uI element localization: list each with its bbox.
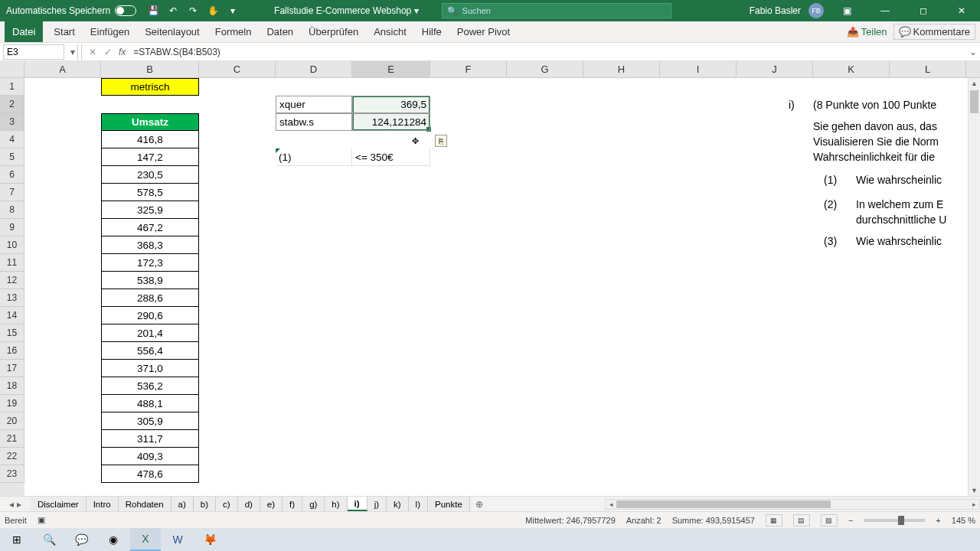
- zoom-slider[interactable]: [864, 519, 925, 522]
- cell-E5[interactable]: <= 350€: [352, 148, 430, 166]
- sheet-tab-g[interactable]: g): [302, 497, 325, 511]
- search-box[interactable]: 🔍 Suchen: [442, 3, 671, 18]
- cell-B11[interactable]: 172,3: [101, 254, 199, 272]
- row-header-6[interactable]: 6: [0, 166, 24, 184]
- sheet-tab-Disclaimer[interactable]: Disclaimer: [31, 497, 87, 511]
- view-normal-icon[interactable]: ▦: [766, 514, 782, 527]
- row-header-19[interactable]: 19: [0, 395, 24, 412]
- sheet-tab-h[interactable]: h): [325, 497, 347, 511]
- cell-E2[interactable]: 369,5: [352, 96, 430, 113]
- row-header-7[interactable]: 7: [0, 184, 24, 201]
- cell-B18[interactable]: 536,2: [101, 377, 199, 395]
- col-header-I[interactable]: I: [660, 61, 737, 77]
- name-box-dropdown-icon[interactable]: ▾: [67, 44, 78, 60]
- excel-taskbar-icon[interactable]: X: [130, 528, 161, 551]
- scroll-thumb[interactable]: [970, 90, 978, 113]
- col-header-G[interactable]: G: [507, 61, 583, 77]
- search-taskbar-icon[interactable]: 🔍: [34, 528, 64, 551]
- close-icon[interactable]: ✕: [946, 0, 977, 21]
- redo-icon[interactable]: ↷: [187, 5, 199, 17]
- comments-button[interactable]: 💬 Kommentare: [893, 24, 975, 40]
- col-header-A[interactable]: A: [24, 61, 101, 77]
- firefox-icon[interactable]: 🦊: [194, 528, 225, 551]
- sheet-tab-Punkte[interactable]: Punkte: [428, 497, 470, 511]
- sheet-tab-f[interactable]: f): [283, 497, 302, 511]
- tab-start[interactable]: Start: [46, 21, 82, 42]
- cell-B8[interactable]: 325,9: [101, 201, 199, 219]
- formula-cancel-icon[interactable]: ✕: [85, 47, 100, 57]
- col-header-D[interactable]: D: [276, 61, 352, 77]
- obs-icon[interactable]: ◉: [98, 528, 129, 551]
- sheet-tab-b[interactable]: b): [194, 497, 216, 511]
- vertical-scrollbar[interactable]: ▲ ▼: [968, 78, 980, 496]
- zoom-level[interactable]: 145 %: [952, 516, 975, 525]
- cell-B7[interactable]: 578,5: [101, 184, 199, 201]
- cell-B20[interactable]: 305,9: [101, 412, 199, 430]
- doc-dropdown-icon[interactable]: ▾: [414, 5, 419, 16]
- start-button[interactable]: ⊞: [2, 528, 32, 551]
- row-header-20[interactable]: 20: [0, 412, 24, 430]
- undo-icon[interactable]: ↶: [167, 5, 179, 17]
- tab-file[interactable]: Datei: [5, 21, 43, 42]
- sheet-tab-c[interactable]: c): [216, 497, 238, 511]
- zoom-in-icon[interactable]: +: [936, 516, 940, 525]
- sheet-next-icon[interactable]: ▸: [17, 499, 21, 510]
- row-header-5[interactable]: 5: [0, 148, 24, 166]
- row-header-1[interactable]: 1: [0, 78, 24, 96]
- cell-B3[interactable]: Umsatz: [101, 113, 199, 131]
- sheet-tab-k[interactable]: k): [387, 497, 409, 511]
- smart-tag-icon[interactable]: ⎘: [435, 135, 447, 147]
- hscroll-left-icon[interactable]: ◂: [606, 500, 616, 508]
- col-header-J[interactable]: J: [737, 61, 813, 77]
- row-header-4[interactable]: 4: [0, 131, 24, 148]
- cell-B5[interactable]: 147,2: [101, 148, 199, 166]
- cell-B9[interactable]: 467,2: [101, 219, 199, 236]
- tab-hilfe[interactable]: Hilfe: [414, 21, 449, 42]
- cell-B4[interactable]: 416,8: [101, 131, 199, 148]
- sheet-tab-i[interactable]: i): [348, 497, 368, 511]
- col-header-B[interactable]: B: [101, 61, 199, 77]
- tab-einfügen[interactable]: Einfügen: [83, 21, 137, 42]
- sheet-tab-e[interactable]: e): [260, 497, 283, 511]
- tab-seitenlayout[interactable]: Seitenlayout: [137, 21, 207, 42]
- cell-B17[interactable]: 371,0: [101, 360, 199, 377]
- row-header-14[interactable]: 14: [0, 307, 24, 324]
- autosave-toggle[interactable]: Automatisches Speichern: [0, 5, 142, 16]
- row-header-9[interactable]: 9: [0, 219, 24, 236]
- customize-qat-icon[interactable]: ▾: [227, 5, 239, 17]
- share-button[interactable]: 📤 Teilen: [847, 26, 887, 37]
- view-pagebreak-icon[interactable]: ▧: [821, 514, 838, 527]
- cell-B14[interactable]: 290,6: [101, 307, 199, 324]
- ribbon-display-icon[interactable]: ▣: [831, 0, 862, 21]
- zoom-knob[interactable]: [898, 516, 904, 525]
- sheet-prev-icon[interactable]: ◂: [9, 499, 14, 510]
- row-header-23[interactable]: 23: [0, 465, 24, 483]
- cell-B13[interactable]: 288,6: [101, 289, 199, 307]
- cell-B12[interactable]: 538,9: [101, 272, 199, 289]
- row-header-16[interactable]: 16: [0, 342, 24, 360]
- formula-input[interactable]: =STABW.S(B4:B503): [129, 47, 966, 57]
- save-icon[interactable]: 💾: [147, 5, 159, 17]
- cell-B19[interactable]: 488,1: [101, 395, 199, 412]
- col-header-C[interactable]: C: [199, 61, 276, 77]
- sheet-tab-Intro[interactable]: Intro: [87, 497, 119, 511]
- name-box[interactable]: E3: [3, 44, 64, 60]
- cell-B21[interactable]: 311,7: [101, 430, 199, 448]
- col-header-K[interactable]: K: [813, 61, 890, 77]
- formula-expand-icon[interactable]: ⌄: [966, 47, 980, 57]
- formula-accept-icon[interactable]: ✓: [100, 47, 116, 57]
- add-sheet-button[interactable]: ⊕: [470, 499, 488, 510]
- minimize-icon[interactable]: —: [870, 0, 900, 21]
- sheet-tab-l[interactable]: l): [409, 497, 428, 511]
- macro-record-icon[interactable]: ▣: [38, 515, 45, 525]
- zoom-out-icon[interactable]: −: [848, 516, 853, 525]
- tab-power pivot[interactable]: Power Pivot: [449, 21, 518, 42]
- document-title[interactable]: Fallstudie E-Commerce Webshop ▾: [274, 5, 419, 16]
- row-header-21[interactable]: 21: [0, 430, 24, 448]
- select-all-corner[interactable]: [0, 61, 24, 77]
- row-header-13[interactable]: 13: [0, 289, 24, 307]
- row-header-3[interactable]: 3: [0, 113, 24, 131]
- col-header-H[interactable]: H: [583, 61, 660, 77]
- cell-B1[interactable]: metrisch: [101, 78, 199, 96]
- hscroll-thumb[interactable]: [616, 500, 831, 508]
